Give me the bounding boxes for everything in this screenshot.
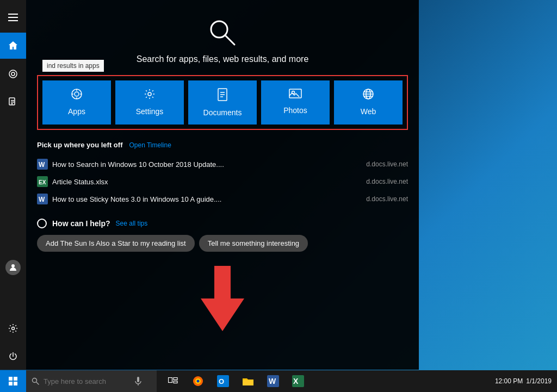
- sidebar-home[interactable]: [0, 33, 26, 59]
- svg-point-20: [148, 92, 151, 96]
- filter-tooltip: ind results in apps: [42, 60, 104, 72]
- photos-icon: [289, 88, 302, 102]
- svg-text:W: W: [39, 196, 45, 203]
- cortana-tips-link[interactable]: See all tips: [116, 220, 148, 227]
- recent-item-source-2: d.docs.live.net: [366, 195, 408, 203]
- svg-rect-41: [9, 382, 13, 385]
- cortana-title: How can I help?: [52, 219, 110, 228]
- recent-item-2[interactable]: W How to use Sticky Notes 3.0 in Windows…: [37, 190, 408, 208]
- filter-photos-button[interactable]: Photos: [261, 80, 330, 125]
- recent-item-1[interactable]: EX Article Status.xlsx d.docs.live.net: [37, 173, 408, 190]
- apps-icon: [71, 88, 83, 103]
- recent-section-header: Pick up where you left off Open Timeline: [37, 141, 408, 149]
- svg-text:X: X: [293, 377, 299, 385]
- recent-item-title-1: Article Status.xlsx: [52, 178, 362, 186]
- taskbar-search-bar[interactable]: [26, 370, 157, 392]
- svg-rect-48: [174, 378, 177, 380]
- user-avatar[interactable]: [0, 254, 26, 281]
- taskbar-icons: O W X: [161, 370, 310, 392]
- svg-line-44: [36, 382, 39, 384]
- recent-item-0[interactable]: W How to Search in Windows 10 October 20…: [37, 155, 408, 173]
- apps-label: Apps: [68, 107, 85, 116]
- sidebar-power[interactable]: [0, 344, 26, 370]
- taskbar-start-button[interactable]: [0, 370, 26, 392]
- recent-item-source-1: d.docs.live.net: [366, 178, 408, 185]
- recent-section-title: Pick up where you left off: [37, 141, 122, 149]
- svg-point-9: [11, 264, 15, 267]
- cortana-header: How can I help? See all tips: [37, 219, 408, 228]
- sidebar-hamburger[interactable]: [0, 4, 26, 30]
- filter-row: ind results in apps Apps: [37, 75, 408, 130]
- sidebar-timeline[interactable]: [0, 61, 26, 87]
- svg-rect-39: [9, 377, 13, 381]
- word-icon-2: W: [37, 194, 48, 204]
- cortana-section: How can I help? See all tips Add The Sun…: [37, 219, 408, 252]
- start-menu: Search for apps, files, web results, and…: [0, 0, 419, 370]
- svg-point-14: [75, 92, 79, 96]
- taskbar-tray: 12:00 PM 1/1/2019: [495, 377, 557, 385]
- svg-rect-45: [137, 377, 139, 382]
- excel-icon-1: EX: [37, 176, 48, 187]
- filter-documents-button[interactable]: Documents: [188, 80, 257, 125]
- filter-settings-button[interactable]: Settings: [115, 80, 184, 125]
- web-icon: [362, 88, 374, 103]
- excel-taskbar-icon[interactable]: X: [286, 370, 310, 392]
- svg-text:EX: EX: [39, 179, 46, 185]
- recent-item-title-2: How to use Sticky Notes 3.0 in Windows 1…: [52, 195, 362, 203]
- svg-point-10: [12, 327, 15, 330]
- recent-items: W How to Search in Windows 10 October 20…: [37, 155, 408, 208]
- svg-point-43: [33, 378, 37, 383]
- settings-icon: [144, 88, 156, 103]
- sidebar: [0, 0, 26, 370]
- svg-rect-40: [14, 377, 17, 381]
- svg-point-4: [11, 72, 15, 76]
- system-date: 1/1/2019: [526, 377, 552, 385]
- recent-item-source-0: d.docs.live.net: [366, 160, 408, 168]
- taskbar: O W X 12:00 PM 1/1/2019: [0, 370, 557, 392]
- main-search-area: Search for apps, files, web results, and…: [26, 0, 419, 370]
- svg-point-3: [9, 70, 17, 78]
- svg-marker-38: [201, 266, 244, 331]
- settings-label: Settings: [136, 107, 164, 116]
- filter-web-button[interactable]: Web: [334, 80, 403, 125]
- search-icon-large: [206, 16, 239, 49]
- chip-1[interactable]: Tell me something interesting: [199, 235, 308, 252]
- recent-item-title-0: How to Search in Windows 10 October 2018…: [52, 160, 362, 169]
- svg-rect-0: [8, 14, 18, 15]
- system-time: 12:00 PM: [495, 377, 523, 385]
- chip-0[interactable]: Add The Sun Is Also a Star to my reading…: [37, 235, 195, 252]
- web-label: Web: [361, 107, 376, 116]
- firefox-icon[interactable]: [186, 370, 210, 392]
- svg-line-13: [225, 35, 234, 45]
- documents-icon: [217, 88, 228, 104]
- svg-rect-8: [11, 103, 13, 104]
- sidebar-docs[interactable]: [0, 89, 26, 115]
- search-tagline: Search for apps, files, web results, and…: [137, 54, 309, 64]
- cortana-chips: Add The Sun Is Also a Star to my reading…: [37, 235, 408, 252]
- svg-rect-1: [8, 17, 18, 18]
- filter-apps-button[interactable]: Apps: [42, 80, 111, 125]
- svg-rect-49: [174, 381, 177, 383]
- red-arrow-annotation: [37, 266, 408, 331]
- svg-text:W: W: [269, 377, 276, 385]
- sidebar-settings[interactable]: [0, 315, 26, 341]
- file-explorer-icon[interactable]: [236, 370, 260, 392]
- svg-point-52: [197, 380, 200, 383]
- photos-label: Photos: [283, 106, 307, 115]
- svg-rect-47: [169, 378, 172, 383]
- open-timeline-link[interactable]: Open Timeline: [129, 141, 171, 149]
- task-view-button[interactable]: [161, 370, 185, 392]
- word-icon-0: W: [37, 159, 48, 170]
- outlook-icon[interactable]: O: [211, 370, 235, 392]
- svg-rect-6: [11, 100, 14, 101]
- svg-text:O: O: [219, 377, 224, 385]
- taskbar-search-input[interactable]: [44, 377, 131, 385]
- svg-rect-2: [8, 20, 18, 21]
- svg-rect-7: [11, 102, 14, 103]
- documents-label: Documents: [203, 108, 242, 117]
- cortana-icon: [37, 219, 47, 228]
- svg-rect-42: [14, 382, 17, 385]
- svg-text:W: W: [39, 161, 45, 169]
- word-taskbar-icon[interactable]: W: [261, 370, 285, 392]
